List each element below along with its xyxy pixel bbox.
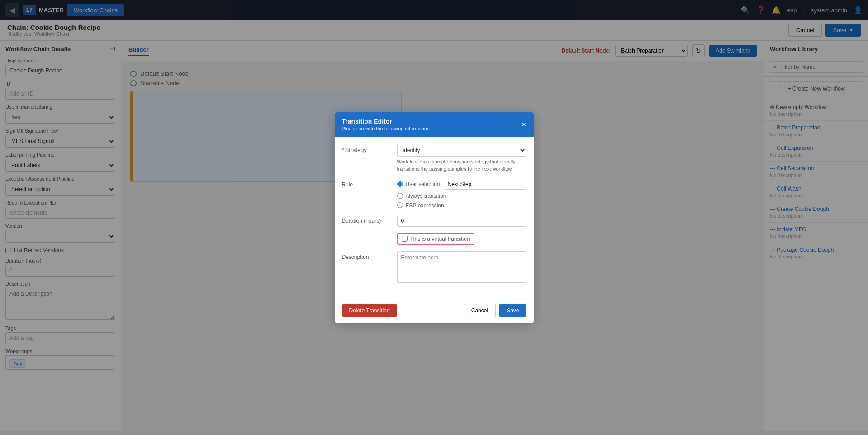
rule-row: Rule User selection Always transit (342, 179, 526, 209)
user-selection-radio[interactable] (397, 181, 403, 187)
strategy-row: *Strategy identity Workflow chain sample… (342, 144, 526, 172)
delete-transition-button[interactable]: Delete Transition (342, 304, 397, 317)
esp-expression-row: ESP expression (397, 202, 526, 209)
modal-description-content (397, 251, 526, 284)
modal-cancel-button[interactable]: Cancel (464, 304, 496, 317)
rule-content: User selection Always transition ESP exp… (397, 179, 526, 209)
user-selection-row: User selection (397, 179, 526, 190)
modal-close-button[interactable]: × (522, 120, 526, 129)
strategy-help-text: Workflow chain sample transition strateg… (397, 158, 526, 172)
modal-header: Transition Editor Please provide the fol… (335, 112, 534, 137)
modal-save-button[interactable]: Save (499, 304, 526, 317)
rule-radio-group: User selection Always transition ESP exp… (397, 179, 526, 209)
virtual-transition-wrapper: This is a virtual transition (397, 233, 474, 245)
modal-overlay: Transition Editor Please provide the fol… (0, 0, 868, 435)
modal-body: *Strategy identity Workflow chain sample… (335, 137, 534, 298)
duration-row: Duration (hours) (342, 215, 526, 227)
virtual-transition-checkbox[interactable] (402, 236, 408, 242)
user-selection-label: User selection (406, 181, 440, 187)
rule-label: Rule (342, 179, 392, 188)
always-transition-row: Always transition (397, 193, 526, 199)
duration-content (397, 215, 526, 227)
modal-description-textarea[interactable] (397, 251, 526, 283)
virtual-transition-label: This is a virtual transition (410, 236, 470, 242)
always-transition-label: Always transition (406, 193, 446, 199)
strategy-label: *Strategy (342, 144, 392, 153)
modal-footer: Delete Transition Cancel Save (335, 298, 534, 323)
modal-description-row: Description (342, 251, 526, 284)
modal-title: Transition Editor (342, 118, 430, 125)
modal-description-label: Description (342, 251, 392, 260)
footer-right: Cancel Save (464, 304, 526, 317)
duration-label: Duration (hours) (342, 215, 392, 224)
esp-expression-radio[interactable] (397, 202, 403, 208)
always-transition-radio[interactable] (397, 193, 403, 199)
modal-subtitle: Please provide the following information (342, 126, 430, 131)
strategy-select[interactable]: identity (397, 144, 526, 157)
strategy-content: identity Workflow chain sample transitio… (397, 144, 526, 172)
next-step-input[interactable] (444, 179, 526, 190)
duration-input[interactable] (397, 215, 526, 227)
transition-editor-modal: Transition Editor Please provide the fol… (335, 112, 534, 323)
esp-expression-label: ESP expression (406, 202, 444, 209)
